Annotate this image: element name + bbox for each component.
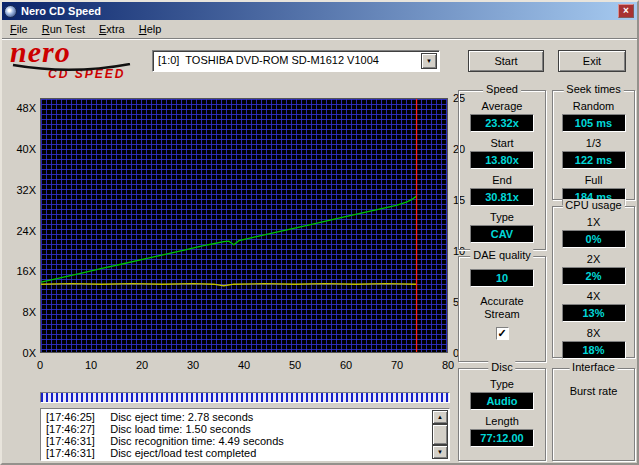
log-line: [17:46:27] Disc load time: 1.50 seconds: [46, 423, 428, 435]
panel-disc-title: Disc: [488, 361, 515, 373]
logo-swoosh: [12, 63, 132, 73]
log-box: [17:46:25] Disc eject time: 2.78 seconds…: [40, 408, 450, 461]
panel-speed: Speed Average 23.32x Start 13.80x End 30…: [458, 90, 546, 250]
speed-end-value: 30.81x: [470, 188, 534, 206]
nero-logo: nero CD SPEED: [10, 39, 150, 81]
axis-tick-label: 0X: [2, 347, 36, 359]
panel-seek-times-title: Seek times: [563, 83, 623, 95]
chevron-down-icon: ▼: [426, 58, 432, 64]
cpu-4x-value: 13%: [562, 304, 626, 322]
log-line: [17:46:31] Disc eject/load test complete…: [46, 447, 428, 459]
scroll-up-button[interactable]: ▲: [432, 410, 448, 424]
exit-button[interactable]: Exit: [558, 50, 626, 72]
axis-tick-label: 10: [81, 359, 101, 371]
chart-plot-area: [40, 98, 448, 353]
panel-interface-title: Interface: [569, 361, 618, 373]
cpu-8x-value: 18%: [562, 341, 626, 359]
axis-tick-label: 60: [336, 359, 356, 371]
scroll-down-button[interactable]: ▼: [432, 445, 448, 459]
seek-random-value: 105 ms: [562, 114, 626, 132]
accurate-stream-label: Accurate Stream: [474, 295, 530, 321]
seek-random-label: Random: [553, 100, 634, 112]
panel-dae-quality-title: DAE quality: [470, 249, 533, 261]
axis-tick-label: 80: [438, 359, 458, 371]
speed-type-value: CAV: [470, 225, 534, 243]
speed-chart: 48X40X32X24X16X8X0X252015105001020304050…: [2, 90, 458, 384]
cpu-8x-label: 8X: [553, 327, 634, 339]
panel-speed-title: Speed: [483, 83, 521, 95]
axis-tick-label: 8X: [2, 306, 36, 318]
disc-type-value: Audio: [470, 392, 534, 410]
panel-cpu-usage: CPU usage 1X 0% 2X 2% 4X 13% 8X 18%: [552, 206, 635, 358]
axis-tick-label: 40X: [2, 143, 36, 155]
panel-dae-quality: DAE quality 10 Accurate Stream ✓: [458, 256, 546, 362]
rotation-speed-curve: [41, 284, 417, 286]
seek-full-label: Full: [553, 174, 634, 186]
axis-tick-label: 0: [30, 359, 50, 371]
title-bar[interactable]: Nero CD Speed ×: [2, 2, 637, 20]
speed-type-label: Type: [459, 211, 545, 223]
start-button[interactable]: Start: [468, 50, 544, 72]
panel-disc: Disc Type Audio Length 77:12.00: [458, 368, 546, 461]
axis-tick-label: 40: [234, 359, 254, 371]
arrow-up-icon: ▲: [437, 414, 443, 420]
log-scrollbar[interactable]: ▲ ▼: [432, 410, 448, 459]
axis-tick-label: 50: [285, 359, 305, 371]
axis-tick-label: 16X: [2, 265, 36, 277]
cpu-1x-label: 1X: [553, 216, 634, 228]
cpu-1x-value: 0%: [562, 230, 626, 248]
menu-help[interactable]: Help: [132, 21, 169, 38]
test-progress-bar: [40, 392, 450, 403]
close-icon: ×: [623, 5, 629, 16]
speed-start-value: 13.80x: [470, 151, 534, 169]
checkmark-icon: ✓: [497, 327, 506, 339]
speed-average-label: Average: [459, 100, 545, 112]
menu-bar: File Run Test Extra Help: [2, 20, 637, 39]
panel-interface: Interface Burst rate: [552, 368, 635, 461]
arrow-down-icon: ▼: [437, 449, 443, 455]
cpu-4x-label: 4X: [553, 290, 634, 302]
cpu-2x-value: 2%: [562, 267, 626, 285]
speed-start-label: Start: [459, 137, 545, 149]
cpu-2x-label: 2X: [553, 253, 634, 265]
disc-type-label: Type: [459, 378, 545, 390]
read-speed-curve: [41, 196, 417, 282]
panel-seek-times: Seek times Random 105 ms 1/3 122 ms Full…: [552, 90, 635, 200]
axis-tick-label: 20: [132, 359, 152, 371]
drive-selector-combobox[interactable]: [1:0] TOSHIBA DVD-ROM SD-M1612 V1004 ▼: [152, 50, 440, 72]
axis-tick-label: 24X: [2, 225, 36, 237]
axis-tick-label: 48X: [2, 102, 36, 114]
window-title: Nero CD Speed: [21, 5, 101, 17]
speed-end-label: End: [459, 174, 545, 186]
disc-length-label: Length: [459, 415, 545, 427]
speed-average-value: 23.32x: [470, 114, 534, 132]
burst-rate-label: Burst rate: [553, 385, 634, 397]
seek-third-value: 122 ms: [562, 151, 626, 169]
accurate-stream-checkbox[interactable]: ✓: [496, 327, 509, 340]
app-icon: [4, 5, 17, 18]
seek-third-label: 1/3: [553, 137, 634, 149]
menu-extra[interactable]: Extra: [92, 21, 132, 38]
nero-logo-wordmark: nero: [10, 39, 150, 65]
panel-cpu-usage-title: CPU usage: [562, 199, 624, 211]
log-line: [17:46:25] Disc eject time: 2.78 seconds: [46, 411, 428, 423]
disc-length-value: 77:12.00: [470, 429, 534, 447]
axis-tick-label: 30: [183, 359, 203, 371]
log-line: [17:46:31] Disc recognition time: 4.49 s…: [46, 435, 428, 447]
axis-tick-label: 32X: [2, 184, 36, 196]
scrollbar-thumb[interactable]: [432, 424, 448, 445]
close-button[interactable]: ×: [618, 4, 634, 18]
dae-quality-value: 10: [470, 269, 534, 287]
axis-tick-label: 70: [387, 359, 407, 371]
app-window: Nero CD Speed × File Run Test Extra Help…: [0, 0, 639, 465]
drive-selector-value: [1:0] TOSHIBA DVD-ROM SD-M1612 V1004: [158, 54, 419, 66]
drive-selector-dropdown-button[interactable]: ▼: [421, 53, 437, 69]
log-lines: [17:46:25] Disc eject time: 2.78 seconds…: [42, 410, 432, 459]
